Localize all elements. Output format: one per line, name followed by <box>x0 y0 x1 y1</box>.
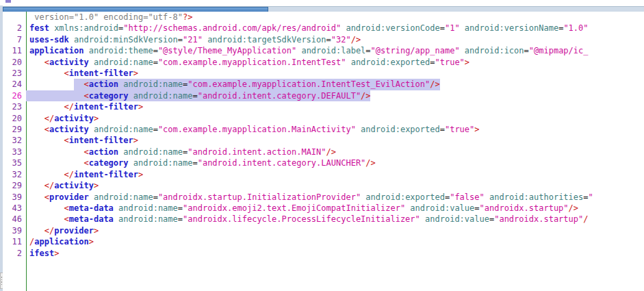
code-text: <intent-filter> <box>29 68 138 78</box>
code-line[interactable]: 11application android:theme="@style/Them… <box>3 45 644 56</box>
code-cell[interactable]: <action android:name="com.example.myappl… <box>26 79 644 90</box>
line-number: 33 <box>3 147 26 157</box>
code-line[interactable]: 43 <meta-data android:name="androidx.emo… <box>3 203 644 214</box>
code-line[interactable]: 29 </activity> <box>3 180 644 191</box>
code-text: /application> <box>29 237 94 246</box>
line-number: 11 <box>3 45 26 56</box>
code-text: <action android:name="com.example.myappl… <box>29 79 440 89</box>
code-text: <meta-data android:name="androidx.emoji2… <box>29 203 578 213</box>
code-cell[interactable]: <activity android:name="com.example.myap… <box>26 57 644 68</box>
line-number: 39 <box>3 225 26 236</box>
code-line[interactable]: 23 <intent-filter> <box>3 68 644 79</box>
line-number: 26 <box>3 90 26 101</box>
code-line[interactable]: 11/application> <box>3 236 644 247</box>
code-cell[interactable]: <action android:name="android.intent.act… <box>26 147 644 157</box>
code-line[interactable]: 32 <intent-filter> <box>3 135 644 146</box>
code-cell[interactable]: ifest> <box>26 248 644 259</box>
code-text: fest xmlns:android="http://schemas.andro… <box>29 23 589 33</box>
code-cell[interactable]: <category android:name="android.intent.c… <box>26 157 644 168</box>
line-number: 43 <box>3 203 26 214</box>
code-text: application android:theme="@style/Theme_… <box>29 46 588 55</box>
code-cell[interactable]: <intent-filter> <box>26 68 644 79</box>
line-number: 29 <box>3 124 26 135</box>
code-line[interactable]: 39 </provider> <box>3 225 644 236</box>
code-text: </provider> <box>29 226 99 236</box>
code-text: <activity android:name="com.example.myap… <box>29 125 480 134</box>
code-text: </activity> <box>29 181 99 190</box>
code-cell[interactable]: <meta-data android:name="androidx.emoji2… <box>26 203 644 214</box>
line-number <box>3 12 26 23</box>
code-area[interactable]: version="1.0" encoding="utf-8"?>2fest xm… <box>3 12 644 259</box>
line-number: 20 <box>3 113 26 124</box>
code-cell[interactable]: <intent-filter> <box>26 135 644 146</box>
line-number: 23 <box>3 68 26 79</box>
code-cell[interactable]: </activity> <box>26 180 644 191</box>
line-number: 32 <box>3 135 26 146</box>
line-number: 35 <box>3 157 26 168</box>
xml-code-viewer: version="1.0" encoding="utf-8"?>2fest xm… <box>0 0 644 291</box>
code-cell[interactable]: </provider> <box>26 225 644 236</box>
code-cell[interactable]: </intent-filter> <box>26 101 644 112</box>
line-number: 29 <box>3 180 26 191</box>
code-cell[interactable]: /application> <box>26 236 644 247</box>
code-line[interactable]: 20 <activity android:name="com.example.m… <box>3 57 644 68</box>
code-text: version="1.0" encoding="utf-8"?> <box>29 12 192 22</box>
code-text: <category android:name="android.intent.c… <box>29 91 371 101</box>
code-line[interactable]: 39 <provider android:name="androidx.star… <box>3 192 644 203</box>
code-line[interactable]: 7uses-sdk android:minSdkVersion="21" and… <box>3 34 644 45</box>
code-text: ifest> <box>29 249 59 258</box>
code-cell[interactable]: version="1.0" encoding="utf-8"?> <box>26 12 644 23</box>
xml-editor[interactable]: version="1.0" encoding="utf-8"?>2fest xm… <box>3 12 644 291</box>
line-number: 2 <box>3 23 26 34</box>
code-cell[interactable]: <meta-data android:name="androidx.lifecy… <box>26 214 644 225</box>
code-line[interactable]: 2fest xmlns:android="http://schemas.andr… <box>3 23 644 34</box>
code-cell[interactable]: <provider android:name="androidx.startup… <box>26 192 644 203</box>
code-cell[interactable]: </intent-filter> <box>26 169 644 180</box>
code-text: </intent-filter> <box>29 170 143 179</box>
code-line[interactable]: 23 </intent-filter> <box>3 101 644 112</box>
code-cell[interactable]: <category android:name="android.intent.c… <box>26 90 644 101</box>
code-text: <activity android:name="com.example.myap… <box>29 58 469 67</box>
line-number: 23 <box>3 101 26 112</box>
line-number: 20 <box>3 57 26 68</box>
code-cell[interactable]: fest xmlns:android="http://schemas.andro… <box>26 23 644 34</box>
code-cell[interactable]: application android:theme="@style/Theme_… <box>26 45 644 56</box>
code-text: <category android:name="android.intent.c… <box>29 158 376 168</box>
code-text: </intent-filter> <box>29 102 143 112</box>
code-text: <provider android:name="androidx.startup… <box>29 192 593 202</box>
line-number: 46 <box>3 214 26 225</box>
horizontal-scrollbar-track[interactable] <box>3 6 644 12</box>
line-number: 32 <box>3 169 26 180</box>
line-number: 2 <box>3 248 26 259</box>
code-line[interactable]: 29 <activity android:name="com.example.m… <box>3 124 644 135</box>
code-text: <intent-filter> <box>29 136 138 145</box>
line-number: 39 <box>3 192 26 203</box>
code-line[interactable]: 2ifest> <box>3 248 644 259</box>
code-text: <meta-data android:name="androidx.lifecy… <box>29 214 588 224</box>
code-text: uses-sdk android:minSdkVersion="21" andr… <box>29 35 361 45</box>
line-number: 11 <box>3 236 26 247</box>
code-line[interactable]: 32 </intent-filter> <box>3 169 644 180</box>
line-number: 7 <box>3 34 26 45</box>
code-cell[interactable]: <activity android:name="com.example.myap… <box>26 124 644 135</box>
code-text: </activity> <box>29 114 99 123</box>
code-line[interactable]: 33 <action android:name="android.intent.… <box>3 147 644 157</box>
code-line[interactable]: 35 <category android:name="android.inten… <box>3 157 644 168</box>
code-line[interactable]: version="1.0" encoding="utf-8"?> <box>3 12 644 23</box>
code-line[interactable]: 24 <action android:name="com.example.mya… <box>3 79 644 90</box>
code-line[interactable]: 46 <meta-data android:name="androidx.lif… <box>3 214 644 225</box>
code-line[interactable]: 26 <category android:name="android.inten… <box>3 90 644 101</box>
code-cell[interactable]: </activity> <box>26 113 644 124</box>
line-number: 24 <box>3 79 26 90</box>
code-text: <action android:name="android.intent.act… <box>29 147 336 157</box>
code-line[interactable]: 20 </activity> <box>3 113 644 124</box>
clipped-toolbar-icon <box>5 0 11 3</box>
code-cell[interactable]: uses-sdk android:minSdkVersion="21" andr… <box>26 34 644 45</box>
